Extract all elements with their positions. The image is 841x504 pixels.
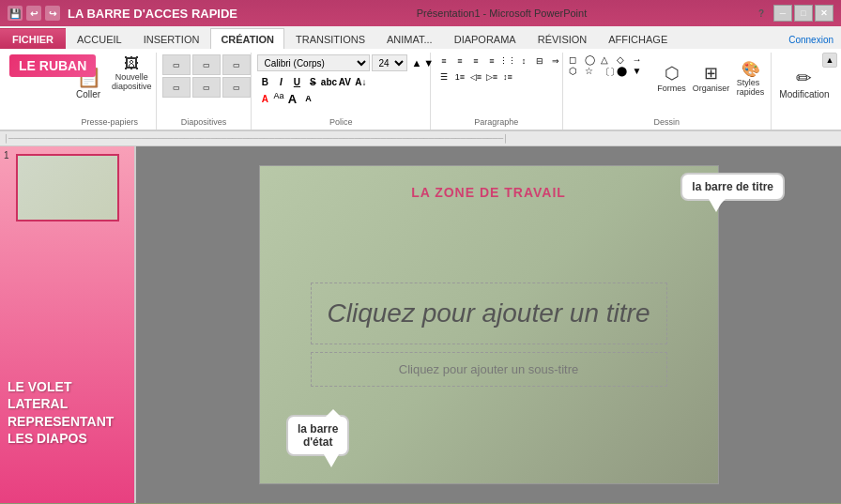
tab-animations[interactable]: ANIMAT... <box>376 28 443 49</box>
maximize-button[interactable]: □ <box>794 5 813 22</box>
fontsize-a-large[interactable]: A <box>284 91 299 106</box>
callout-etat-text: la barred'état <box>298 422 338 449</box>
paragraphe-label: Paragraphe <box>436 115 557 130</box>
tab-affichage[interactable]: AFFICHAGE <box>598 28 678 49</box>
text-direction-btn[interactable]: ↕ <box>516 54 531 68</box>
italic-button[interactable]: I <box>273 74 288 89</box>
shape-2[interactable]: ◯ <box>585 54 600 65</box>
main-area: 1 LE VOLETLATERALREPRESENTANTLES DIAPOS … <box>0 146 841 503</box>
styles-rapides-button[interactable]: 🎨 Stylesrapides <box>732 54 770 101</box>
ruler-marks: │───────────────────────────────────────… <box>4 134 508 143</box>
callout-titre-text: la barre de titre <box>692 180 773 193</box>
font-name-row: Calibri (Corps) 24 ▲ ▼ <box>257 54 434 71</box>
shape-4[interactable]: ◇ <box>617 54 632 65</box>
minimize-button[interactable]: ─ <box>773 5 792 22</box>
tab-revision[interactable]: RÉVISION <box>528 28 598 49</box>
slide-thumbnail-1[interactable] <box>16 154 119 221</box>
justify-btn[interactable]: ≡ <box>484 54 499 68</box>
strikethrough-button[interactable]: S <box>305 74 320 89</box>
layout-btn-6[interactable]: ▭ <box>222 77 251 98</box>
shape-expand[interactable]: ▼ <box>633 66 648 79</box>
tab-insertion[interactable]: INSERTION <box>133 28 210 49</box>
ribbon-group-diapositives: ▭ ▭ ▭ ▭ ▭ ▭ Diapositives <box>157 53 252 130</box>
tab-diaporama[interactable]: DIAPORAMA <box>444 28 527 49</box>
styles-label: Stylesrapides <box>737 78 765 97</box>
linespacing-btn[interactable]: ↕≡ <box>500 70 515 84</box>
charspacing-button[interactable]: AV <box>337 74 352 89</box>
callout-barre-titre: la barre de titre <box>680 173 785 201</box>
align-left-btn[interactable]: ≡ <box>436 54 451 68</box>
slide-thumb-content <box>18 156 117 220</box>
shape-5[interactable]: → <box>633 54 648 65</box>
font-color-row: A Aa A A <box>257 91 315 106</box>
bold-button[interactable]: B <box>257 74 272 89</box>
clear-format-button[interactable]: A↓ <box>353 74 368 89</box>
zone-travail-label: LA ZONE DE TRAVAIL <box>411 185 566 200</box>
connexion-link[interactable]: Connexion <box>781 31 841 49</box>
undo-icon[interactable]: ↩ <box>26 6 41 21</box>
slide-number-1: 1 <box>4 150 9 160</box>
callout-etat-arrow <box>324 454 339 467</box>
align-right-btn[interactable]: ≡ <box>468 54 483 68</box>
slide-title-box[interactable]: Cliquez pour ajouter un titre <box>311 283 667 344</box>
window-title: Présentation1 - Microsoft PowerPoint <box>245 8 758 19</box>
slide-subtitle-box[interactable]: Cliquez pour ajouter un sous-titre <box>311 352 667 387</box>
slide-editing-area: LA ZONE DE TRAVAIL Cliquez pour ajouter … <box>136 146 841 503</box>
police-content: Calibri (Corps) 24 ▲ ▼ B I U S abc AV A↓… <box>257 54 424 115</box>
layout-btn-1[interactable]: ▭ <box>162 54 191 75</box>
shape-9[interactable]: ⬤ <box>617 66 632 79</box>
tab-transitions[interactable]: TRANSITIONS <box>285 28 375 49</box>
ribbon-collapse-button[interactable]: ▲ <box>822 53 837 68</box>
organiser-icon: ⊞ <box>704 63 718 84</box>
callout-barre-etat: la barred'état <box>286 415 349 456</box>
shape-8[interactable]: 〔〕 <box>601 66 616 79</box>
layout-btn-2[interactable]: ▭ <box>192 54 221 75</box>
underline-button[interactable]: U <box>289 74 304 89</box>
font-family-select[interactable]: Calibri (Corps) <box>257 54 370 71</box>
dessin-label: Dessin <box>569 115 765 130</box>
align-object-btn[interactable]: ⊟ <box>532 54 547 68</box>
presse-papiers-label: Presse-papiers <box>69 115 150 130</box>
shape-1[interactable]: ◻ <box>569 54 584 65</box>
formes-button[interactable]: ⬡ Formes <box>653 54 691 101</box>
shape-6[interactable]: ⬡ <box>569 66 584 79</box>
nouvelle-diapositive-label: Nouvellediapositive <box>112 72 152 91</box>
indent-less-btn[interactable]: ◁≡ <box>468 70 483 84</box>
slide-subtitle-placeholder: Cliquez pour ajouter un sous-titre <box>399 362 579 376</box>
para-row-2: ☰ 1≡ ◁≡ ▷≡ ↕≡ <box>436 70 515 84</box>
tab-creation[interactable]: CRÉATION <box>210 28 284 49</box>
font-color-btn[interactable]: A <box>257 91 272 106</box>
shape-7[interactable]: ☆ <box>585 66 600 79</box>
layout-btn-5[interactable]: ▭ <box>192 77 221 98</box>
tab-fichier[interactable]: FICHIER <box>0 28 66 49</box>
indent-more-btn[interactable]: ▷≡ <box>484 70 499 84</box>
nouvelle-diapositive-button[interactable]: 🖼 Nouvellediapositive <box>109 54 155 92</box>
ribbon-tab-bar: FICHIER ACCUEIL INSERTION CRÉATION TRANS… <box>0 26 841 49</box>
close-button[interactable]: ✕ <box>815 5 833 22</box>
font-size-select[interactable]: 24 <box>372 54 407 71</box>
diapositives-label: Diapositives <box>162 115 246 130</box>
slide-icon: 🖼 <box>124 55 139 72</box>
smartart-btn[interactable]: ⇒ <box>548 54 563 68</box>
tab-accueil[interactable]: ACCUEIL <box>67 28 132 49</box>
numbering-btn[interactable]: 1≡ <box>452 70 467 84</box>
aa-btn[interactable]: Aa <box>273 91 283 106</box>
align-center-btn[interactable]: ≡ <box>452 54 467 68</box>
modification-label: Modification <box>779 89 829 99</box>
shape-3[interactable]: △ <box>601 54 616 65</box>
save-icon[interactable]: 💾 <box>8 6 23 21</box>
redo-icon[interactable]: ↪ <box>45 6 60 21</box>
fontsize-a-small[interactable]: A <box>300 91 315 106</box>
shadow-button[interactable]: abc <box>321 74 336 89</box>
styles-icon: 🎨 <box>742 60 760 78</box>
dessin-content: ◻ ◯ △ ◇ → ⬡ ☆ 〔〕 ⬤ ▼ ⬡ Formes ⊞ Organise… <box>569 54 765 115</box>
layout-btn-4[interactable]: ▭ <box>162 77 191 98</box>
columns-btn[interactable]: ⋮⋮ <box>500 54 515 68</box>
quick-access-label: LA BARRE D'ACCES RAPIDE <box>68 7 237 21</box>
organiser-button[interactable]: ⊞ Organiser <box>693 54 730 101</box>
list-btn[interactable]: ☰ <box>436 70 451 84</box>
increase-font-btn[interactable]: ▲ <box>411 57 421 69</box>
slide-title-placeholder: Cliquez pour ajouter un titre <box>328 298 650 328</box>
layout-btn-3[interactable]: ▭ <box>222 54 251 75</box>
ribbon-group-police: Calibri (Corps) 24 ▲ ▼ B I U S abc AV A↓… <box>252 53 431 130</box>
